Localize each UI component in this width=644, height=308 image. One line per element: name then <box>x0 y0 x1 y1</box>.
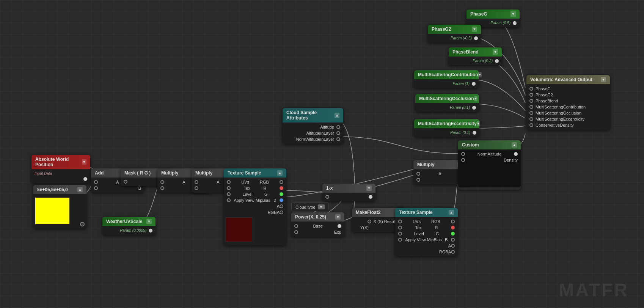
multiscatter-occlusion-node: MultiScatteringOcclusion ▼ Param (0.1) <box>415 94 479 112</box>
node-header: Power(X, 0.25) ▼ <box>291 212 344 222</box>
output-row <box>31 176 90 182</box>
output-pin <box>338 224 341 228</box>
input-density <box>461 158 465 162</box>
node-title: WeatherUVScale <box>106 219 142 224</box>
weather-uvscale-node: WeatherUVScale ▼ Param (0.0005) <box>102 217 156 235</box>
cloud-type-badge: ▼ <box>318 204 325 209</box>
param-row: Param (0.2) <box>449 58 502 64</box>
node-header: PhaseG ▼ <box>467 9 520 19</box>
input-x <box>368 220 371 223</box>
node-body: Param (1) <box>414 79 479 88</box>
collapse-button[interactable]: ▼ <box>474 96 478 101</box>
collapse-button[interactable]: ▼ <box>335 214 341 220</box>
node-body <box>322 193 375 201</box>
input-pin-a <box>195 180 198 184</box>
node-title: Add <box>95 170 104 176</box>
input-phaseblend <box>529 99 533 103</box>
input-applymip <box>398 238 402 242</box>
input-pin-b <box>416 178 420 182</box>
node-header: Texture Sample ▲ <box>224 168 286 178</box>
input-pin-b <box>160 186 164 190</box>
output-a <box>280 204 283 208</box>
multiscattereccentricity-input-row: MultiScatteringEccentricity <box>526 116 610 122</box>
input-conservativedensity <box>529 123 533 127</box>
color-preview <box>35 198 69 224</box>
output-pin <box>474 36 478 40</box>
input-pin-b <box>94 186 98 190</box>
collapse-button[interactable]: ▼ <box>510 11 516 17</box>
output-pin <box>149 229 152 233</box>
collapse-button[interactable]: ▼ <box>477 121 480 126</box>
multiscatter-eccentricity-node: MultiScatteringEccentricity ▼ Param (0.1… <box>414 119 479 137</box>
output-rgb <box>451 220 455 223</box>
node-header: MultiScatteringOcclusion ▼ <box>415 94 479 103</box>
collapse-button[interactable]: ▼ <box>478 72 482 77</box>
output-pin <box>369 195 372 199</box>
collapse-button[interactable]: ▲ <box>335 113 339 118</box>
collapse-button[interactable]: ▼ <box>366 185 372 191</box>
collapse-button[interactable]: ▼ <box>472 27 477 32</box>
output-pin <box>495 59 499 63</box>
custom-node: Custom ▲ NormAltitude Density <box>458 140 521 190</box>
collapse-button[interactable]: ▼ <box>601 77 606 82</box>
input-level <box>227 192 231 196</box>
input-multiscatterocclusion <box>529 111 533 115</box>
node-header: WeatherUVScale ▼ <box>102 217 156 226</box>
cloud-type-label: Cloud type <box>295 205 316 209</box>
node-header: Custom ▲ <box>458 140 521 149</box>
cloud-sample-attributes-node: Cloud Sample Attributes ▲ Altitude Altit… <box>283 108 343 144</box>
output-rgba <box>451 250 455 254</box>
altitudeinlayer-row: AltitudeInLayer <box>283 130 343 136</box>
input-pin <box>124 180 127 184</box>
node-header: MultiScatteringContribution ▼ <box>414 70 479 79</box>
collapse-button[interactable]: ▲ <box>449 210 454 215</box>
node-body: Param (0.0005) <box>102 226 156 235</box>
input-b-row: B <box>91 185 144 191</box>
normaltitude-row: NormAltitude <box>458 151 521 157</box>
param-row: Param (1) <box>414 81 479 86</box>
node-body: Base Exp <box>291 222 344 237</box>
node-title: Absolute World Position <box>35 157 82 167</box>
output-rgb <box>280 180 283 184</box>
power-node: Power(X, 0.25) ▼ Base Exp <box>291 212 344 237</box>
node-header: PhaseBlend ▼ <box>449 47 502 57</box>
texture-sample2-node: Texture Sample ▲ UVs RGB Tex R Level G A… <box>395 208 458 256</box>
node-title: Cloud Sample Attributes <box>286 110 335 121</box>
collapse-button[interactable]: ▲ <box>77 187 83 192</box>
node-title: Multiply <box>161 170 178 176</box>
output-altitudeinlayer <box>336 131 340 135</box>
density-row: Density <box>458 157 521 163</box>
node-title: MultiScatteringContribution <box>418 72 478 77</box>
input-applymip <box>227 198 231 202</box>
collapse-button[interactable]: ▲ <box>277 170 283 176</box>
node-body: Param (0.1) <box>415 103 479 112</box>
level-row: Level G <box>395 231 458 237</box>
collapse-button[interactable]: ▲ <box>512 142 517 148</box>
multiscatterocclusion-input-row: MultiScatteringOcclusion <box>526 110 610 116</box>
collapse-button[interactable]: ▼ <box>146 219 152 224</box>
input-tex <box>227 186 231 190</box>
collapse-button[interactable]: ▼ <box>493 49 498 55</box>
multiscattercontrib-input-row: MultiScatteringContribution <box>526 104 610 110</box>
exp-row: Exp <box>291 229 344 235</box>
level-row: Level G <box>224 191 286 197</box>
node-header: Texture Sample ▲ <box>395 208 458 217</box>
param-row: Param (0.1) <box>415 105 479 110</box>
node-title: PhaseG <box>470 11 487 17</box>
param-row: Param (-0.5) <box>428 35 481 41</box>
input-tex <box>398 226 402 229</box>
output-altitude <box>336 125 340 129</box>
input-pin-a <box>94 180 98 184</box>
node-header: MultiScatteringEccentricity ▼ <box>414 119 479 128</box>
node-title: MultiScatteringOcclusion <box>419 96 474 101</box>
node-title: 1-x <box>326 185 333 191</box>
node-title: Mask ( R G ) <box>124 170 151 176</box>
node-subtitle: Param (0.1) <box>450 105 470 110</box>
node-body: PhaseG PhaseG2 PhaseBlend MultiScatterin… <box>526 84 610 130</box>
collapse-button[interactable]: ▼ <box>82 159 86 165</box>
node-body: UVs RGB Tex R Level G Apply View MipBias… <box>395 217 458 256</box>
node-header: PhaseG2 ▼ <box>428 25 481 34</box>
param-row: Param (0.1) <box>414 130 479 135</box>
node-subtitle: Param (0.5) <box>490 21 510 25</box>
input-pin-a <box>416 172 420 176</box>
